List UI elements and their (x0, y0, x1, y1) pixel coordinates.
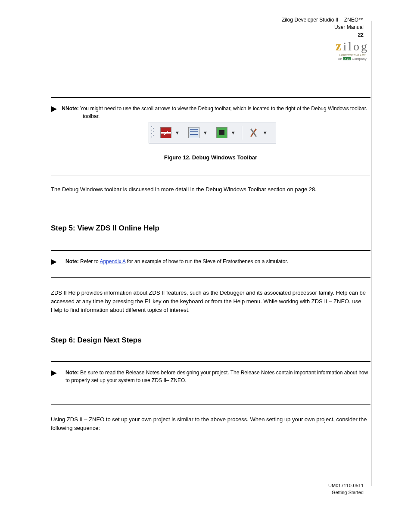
chip-icon (216, 127, 227, 138)
toolbar-separator (242, 126, 242, 140)
note1-bottom-rule (51, 175, 371, 175)
para-next-steps: Using ZDS II – ZNEO to set up your own p… (51, 415, 371, 432)
dropdown-caret-icon: ▼ (203, 130, 208, 135)
toolbar-btn-osc[interactable]: ▼ (159, 126, 181, 139)
oscilloscope-icon (160, 127, 171, 138)
note1-body: Note: You might need to use the scroll a… (65, 105, 371, 112)
page-number: 22 (282, 32, 364, 38)
logo-tagline-2: An IXYS Company (336, 57, 369, 61)
footer-doc-code: UM017110-0511 (328, 482, 364, 489)
note1-text-span: You might need to use the scroll arrows … (80, 106, 367, 112)
dropdown-caret-icon: ▼ (263, 130, 268, 135)
note1-arrow: ▶ (51, 104, 57, 113)
note1-label-b: Note: (65, 106, 79, 112)
para-help-description: ZDS II Help provides information about Z… (51, 289, 371, 314)
right-margin-rule (371, 21, 371, 486)
dropdown-caret-icon: ▼ (175, 130, 180, 135)
tools-icon (248, 127, 259, 138)
figure-12-caption: Figure 12. Debug Windows Toolbar (51, 154, 371, 161)
note3-label: Note: (65, 370, 79, 376)
heading-step5: Step 5: View ZDS II Online Help (51, 224, 159, 233)
page-header: Zilog Developer Studio II – ZNEO™ User M… (282, 16, 364, 38)
note2-text-before: Refer to (80, 258, 100, 264)
note2-top-rule (51, 250, 371, 251)
page-footer: UM017110-0511 Getting Started (328, 482, 364, 496)
footer-section: Getting Started (328, 489, 364, 496)
appendix-a-link[interactable]: Appendix A (100, 258, 125, 264)
note2-arrow-icon: ▶ (51, 257, 57, 266)
doc-title-line1: Zilog Developer Studio II – ZNEO™ (282, 16, 364, 24)
debug-windows-toolbar-figure: ▼ ▼ ▼ ▼ (149, 122, 276, 143)
note3-body: Note: Be sure to read the Release Notes … (65, 369, 371, 384)
toolbar-btn-tools[interactable]: ▼ (246, 126, 269, 139)
note1-top-rule (51, 97, 371, 98)
note3-text: Be sure to read the Release Notes before… (65, 370, 368, 383)
note3-bottom-rule (51, 404, 371, 404)
doc-title-line2: User Manual (282, 24, 364, 31)
heading-step6: Step 6: Design Next Steps (51, 336, 142, 345)
toolbar-grip-icon (151, 125, 154, 140)
note2-text-after: for an example of how to run the Sieve o… (125, 258, 288, 264)
toolbar-btn-chip[interactable]: ▼ (215, 126, 237, 139)
logo-text: ilog (343, 40, 369, 53)
para-debug-windows-pointer: The Debug Windows toolbar is discussed i… (51, 185, 371, 194)
note2-label: Note: (65, 258, 79, 264)
zilog-logo: zilog Embedded in Life An IXYS Company (336, 39, 371, 61)
note3-top-rule (51, 361, 371, 362)
note2-body: Note: Refer to Appendix A for an example… (65, 258, 371, 265)
note2-bottom-rule (51, 277, 371, 278)
list-icon (188, 127, 199, 138)
toolbar-btn-list[interactable]: ▼ (187, 126, 209, 139)
dropdown-caret-icon: ▼ (231, 130, 236, 135)
note3-arrow-icon: ▶ (51, 368, 57, 377)
